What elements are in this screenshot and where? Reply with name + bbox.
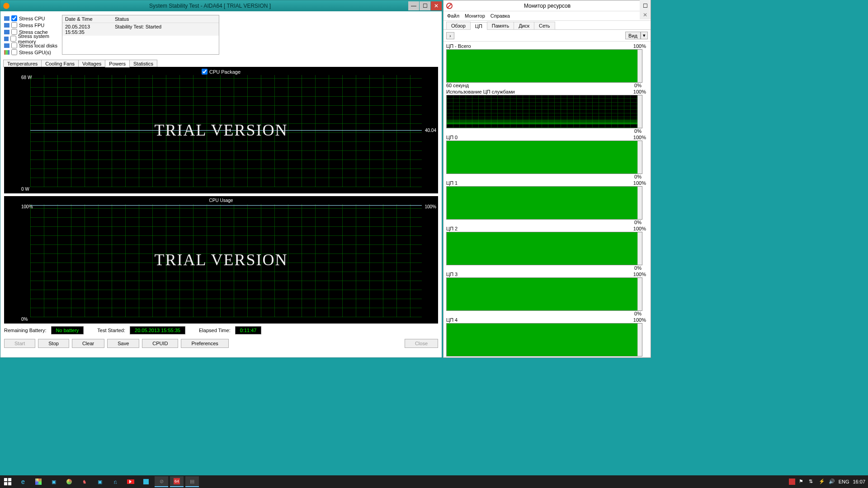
start-button[interactable]: Start [4,339,35,348]
cpuid-button[interactable]: CPUID [142,339,178,348]
taskbar-app-icon[interactable]: ⎌ [108,476,122,487]
preferences-button[interactable]: Preferences [181,339,228,348]
menu-item[interactable]: Файл [447,13,459,19]
tab-voltages[interactable]: Voltages [78,60,105,67]
graph-max: 100% [633,317,646,323]
tab-statistics[interactable]: Statistics [129,60,157,67]
tab-temperatures[interactable]: Temperatures [3,60,42,67]
stress-option[interactable]: Stress system memory [4,35,59,42]
graph-scrollbar[interactable] [637,232,642,265]
svg-rect-4 [8,482,11,485]
power-chart: CPU Package 68 W 0 W 40.04 TRIAL VERSION [4,67,438,193]
log-col-datetime: Date & Time [62,15,112,23]
maximize-button[interactable]: ☐ [420,1,430,10]
menu-item[interactable]: Справка [491,13,510,19]
rm-tab[interactable]: Диск [514,22,534,29]
tray-aida-icon[interactable] [789,479,795,485]
view-button[interactable]: Вид [625,32,641,39]
log-status: Stability Test: Started [112,23,164,36]
taskbar-app-icon[interactable]: ▣ [93,476,107,487]
stress-checkbox[interactable] [11,49,17,55]
taskbar-app-icon[interactable] [32,476,45,487]
stress-checkbox[interactable] [11,22,17,28]
graph-name: ЦП 0 [446,135,458,140]
stop-button[interactable]: Stop [38,339,69,348]
close-dialog-button[interactable]: Close [405,339,438,348]
maximize-button[interactable]: ☐ [640,1,651,10]
graph-fill [447,141,637,174]
taskbar-resource-monitor-icon[interactable]: ▤ [185,476,199,487]
tray-volume-icon[interactable]: 🔊 [829,479,835,485]
graph-fill [447,324,637,356]
remaining-battery-value: No battery [51,326,84,334]
stress-option[interactable]: Stress CPU [4,15,59,22]
stress-option[interactable]: Stress local disks [4,42,59,49]
aida-title: System Stability Test - AIDA64 [ TRIAL V… [12,3,408,9]
graph-low-line [447,118,637,124]
view-dropdown-button[interactable]: ▾ [641,32,648,39]
graph-min: 0% [634,174,642,179]
svg-rect-1 [4,478,7,481]
tray-flag-icon[interactable]: ⚑ [799,479,805,485]
aida-icon [2,2,10,10]
menu-item[interactable]: Монитор [465,13,485,19]
start-button[interactable] [1,476,14,487]
stress-label: Stress local disks [19,43,57,48]
clear-button[interactable]: Clear [72,339,104,348]
taskbar-youtube-icon[interactable] [124,476,137,487]
graph-scrollbar[interactable] [637,187,642,219]
graph-fill [447,187,637,219]
tab-cooling-fans[interactable]: Cooling Fans [41,60,79,67]
resource-monitor-icon [446,3,453,9]
log-row: 20.05.2013 15:55:35 Stability Test: Star… [62,23,219,36]
close-button[interactable]: ✕ [431,1,442,10]
tab-powers[interactable]: Powers [105,60,130,67]
save-button[interactable]: Save [107,339,139,348]
rm-titlebar[interactable]: Монитор ресурсов — ☐ ✕ [443,0,651,11]
tray-network-icon[interactable]: ⇅ [809,479,815,485]
minimize-button[interactable]: — [408,1,419,10]
rm-graphs: ЦП - Всего 100% 60 секунд 0% Использован… [443,42,651,359]
graph-scrollbar[interactable] [637,141,642,174]
tray-power-icon[interactable]: ⚡ [819,479,825,485]
cpu-package-label: CPU Package [209,69,241,75]
usage-line [30,205,422,206]
stress-checkbox[interactable] [10,36,16,42]
taskbar-aida64-icon[interactable]: 64 [170,476,184,487]
taskbar-app-icon[interactable]: ♞ [78,476,91,487]
graph-min: 0% [634,83,642,88]
rm-tab[interactable]: Сеть [534,22,555,29]
stress-option[interactable]: Stress GPU(s) [4,49,59,56]
chart-legend[interactable]: CPU Package [202,69,241,75]
close-button[interactable]: ✕ [640,10,651,19]
stress-checkbox[interactable] [11,29,17,35]
taskbar-ie-icon[interactable]: e [16,476,30,487]
rm-tab[interactable]: Обзор [446,22,471,29]
rm-tab[interactable]: Память [487,22,514,29]
graph-scrollbar[interactable] [637,278,642,310]
expand-button[interactable]: › [446,32,454,39]
aida-titlebar[interactable]: System Stability Test - AIDA64 [ TRIAL V… [0,0,442,11]
taskbar-explorer-icon[interactable]: ▣ [47,476,61,487]
stress-checkbox[interactable] [11,42,17,48]
stress-option[interactable]: Stress FPU [4,22,59,28]
stress-checkbox[interactable] [11,15,17,21]
rm-tab[interactable]: ЦП [470,22,487,30]
graph-scrollbar[interactable] [637,324,642,356]
power-current-value: 40.04 [425,128,436,133]
graph-scrollbar[interactable] [637,95,642,128]
taskbar-chrome-icon[interactable] [62,476,76,487]
cpu-graph: ЦП 3 100% 0% [445,272,649,316]
log-time: 20.05.2013 15:55:35 [62,23,112,36]
log-box: Date & Time Status 20.05.2013 15:55:35 S… [62,15,219,55]
language-indicator[interactable]: ENG [839,479,849,484]
trial-watermark: TRIAL VERSION [155,121,288,140]
taskbar-app-icon[interactable]: ⊘ [155,476,168,487]
taskbar-app-icon[interactable] [139,476,153,487]
stress-label: Stress GPU(s) [19,50,51,55]
cpu-package-checkbox[interactable] [202,69,208,75]
graph-scrollbar[interactable] [637,50,642,82]
graph-min: 0% [634,128,642,134]
cpu-graph: ЦП 4 100% [445,317,649,357]
clock[interactable]: 16:07 [853,479,865,484]
